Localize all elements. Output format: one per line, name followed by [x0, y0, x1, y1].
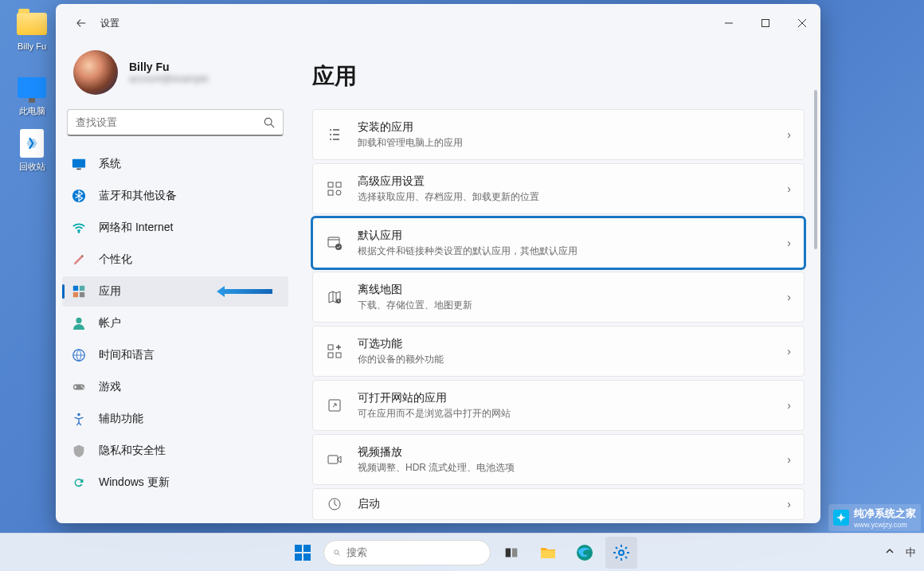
svg-point-21	[336, 190, 341, 195]
taskbar: 中	[0, 533, 924, 571]
svg-rect-26	[328, 353, 333, 358]
svg-point-2	[264, 118, 272, 125]
desktop-icon-label: 回收站	[8, 161, 56, 173]
chevron-right-icon: ›	[787, 237, 791, 249]
sidebar-item-label: 网络和 Internet	[99, 221, 173, 235]
folder-icon	[16, 8, 48, 40]
nav-list: 系统 蓝牙和其他设备 网络和 Internet 个性化 应用	[62, 149, 288, 498]
svg-rect-10	[73, 292, 78, 297]
chevron-up-icon	[885, 546, 895, 556]
sidebar-item-system[interactable]: 系统	[62, 149, 288, 179]
task-view-button[interactable]	[495, 537, 527, 569]
back-button[interactable]	[67, 9, 96, 37]
svg-rect-11	[80, 292, 84, 297]
gear-icon	[612, 543, 631, 562]
sidebar-item-label: 系统	[99, 157, 121, 171]
card-installed-apps[interactable]: 安装的应用卸载和管理电脑上的应用 ›	[312, 109, 805, 160]
grid-plus-icon	[326, 342, 343, 360]
tray-language[interactable]: 中	[906, 546, 916, 560]
card-default-apps[interactable]: 默认应用根据文件和链接种类设置的默认应用，其他默认应用 ›	[312, 217, 805, 268]
card-title: 视频播放	[358, 445, 773, 460]
sidebar-item-gaming[interactable]: 游戏	[62, 372, 288, 402]
card-offline-maps[interactable]: 离线地图下载、存储位置、地图更新 ›	[312, 272, 805, 323]
sidebar-item-label: 个性化	[99, 252, 132, 267]
window-check-icon	[326, 234, 343, 252]
card-apps-for-websites[interactable]: 可打开网站的应用可在应用而不是浏览器中打开的网站 ›	[312, 380, 805, 431]
card-title: 离线地图	[358, 283, 773, 297]
profile-email: account@example	[129, 73, 209, 84]
card-advanced-app-settings[interactable]: 高级应用设置选择获取应用、存档应用、卸载更新的位置 ›	[312, 163, 805, 214]
settings-window: 设置 Billy Fu account@example	[56, 4, 820, 523]
chevron-right-icon: ›	[787, 128, 791, 141]
sidebar-item-personalization[interactable]: 个性化	[62, 244, 288, 275]
sidebar-item-windows-update[interactable]: Windows 更新	[62, 467, 288, 498]
maximize-icon	[762, 19, 769, 27]
sidebar-item-network[interactable]: 网络和 Internet	[62, 213, 288, 243]
start-button[interactable]	[287, 537, 319, 569]
desktop-recycle-bin[interactable]: 回收站	[8, 127, 56, 173]
sidebar-item-time-language[interactable]: 时间和语言	[62, 340, 288, 370]
desktop-icon-label: Billy Fu	[8, 41, 56, 51]
taskbar-search[interactable]	[323, 540, 491, 565]
video-icon	[326, 451, 343, 468]
minimize-icon	[725, 19, 733, 27]
svg-point-17	[77, 413, 80, 417]
chevron-right-icon: ›	[787, 453, 791, 466]
settings-button[interactable]	[605, 537, 637, 569]
titlebar: 设置	[56, 4, 820, 42]
card-optional-features[interactable]: 可选功能你的设备的额外功能 ›	[312, 326, 805, 377]
sidebar-item-accessibility[interactable]: 辅助功能	[62, 404, 288, 434]
desktop-this-pc[interactable]: 此电脑	[8, 72, 56, 117]
scrollbar[interactable]	[814, 90, 817, 249]
svg-rect-25	[328, 345, 333, 350]
folder-icon	[538, 543, 558, 562]
close-button[interactable]	[784, 7, 820, 39]
search-box[interactable]	[67, 109, 284, 136]
sidebar-item-label: 辅助功能	[99, 412, 143, 426]
search-input[interactable]	[68, 116, 256, 128]
close-icon	[798, 19, 806, 27]
svg-rect-38	[512, 548, 517, 557]
svg-rect-29	[328, 456, 338, 463]
svg-line-3	[271, 124, 274, 127]
svg-point-12	[76, 318, 81, 323]
chevron-right-icon: ›	[787, 182, 791, 195]
windows-icon	[293, 543, 312, 562]
watermark: ✦ 纯净系统之家 www.ycwjzy.com	[828, 504, 921, 531]
card-startup[interactable]: 启动 ›	[312, 488, 805, 520]
svg-point-23	[335, 244, 342, 250]
card-subtitle: 视频调整、HDR 流式处理、电池选项	[358, 461, 773, 475]
sidebar-item-label: 游戏	[99, 380, 121, 394]
watermark-url: www.ycwjzy.com	[854, 521, 916, 529]
sidebar-item-label: 隐私和安全性	[99, 444, 166, 458]
accessibility-icon	[72, 412, 86, 426]
taskbar-search-input[interactable]	[346, 546, 480, 558]
card-title: 可打开网站的应用	[358, 391, 773, 405]
sidebar-item-apps[interactable]: 应用	[62, 276, 288, 307]
task-view-icon	[503, 544, 520, 561]
explorer-button[interactable]	[532, 537, 564, 569]
edge-button[interactable]	[569, 537, 601, 569]
page-title: 应用	[312, 61, 805, 92]
sidebar-item-privacy[interactable]: 隐私和安全性	[62, 436, 288, 466]
sidebar-item-accounts[interactable]: 帐户	[62, 308, 288, 338]
card-title: 高级应用设置	[358, 174, 773, 189]
card-subtitle: 你的设备的额外功能	[358, 353, 773, 366]
pc-icon	[16, 72, 48, 104]
card-title: 启动	[358, 497, 773, 511]
shield-icon	[72, 444, 86, 458]
sidebar: Billy Fu account@example 系统 蓝牙和其他设备	[56, 42, 295, 523]
profile-block[interactable]: Billy Fu account@example	[62, 42, 288, 109]
svg-line-36	[338, 553, 339, 555]
sidebar-item-bluetooth[interactable]: 蓝牙和其他设备	[62, 181, 288, 211]
maximize-button[interactable]	[747, 7, 784, 39]
search-icon	[256, 117, 283, 128]
card-title: 安装的应用	[358, 120, 773, 135]
desktop-folder[interactable]: Billy Fu	[8, 8, 56, 51]
tray-overflow-button[interactable]	[880, 542, 899, 563]
recycle-icon	[16, 127, 48, 159]
card-video-playback[interactable]: 视频播放视频调整、HDR 流式处理、电池选项 ›	[312, 434, 805, 485]
card-title: 默认应用	[358, 229, 773, 243]
minimize-button[interactable]	[711, 7, 747, 39]
search-icon	[334, 547, 340, 558]
